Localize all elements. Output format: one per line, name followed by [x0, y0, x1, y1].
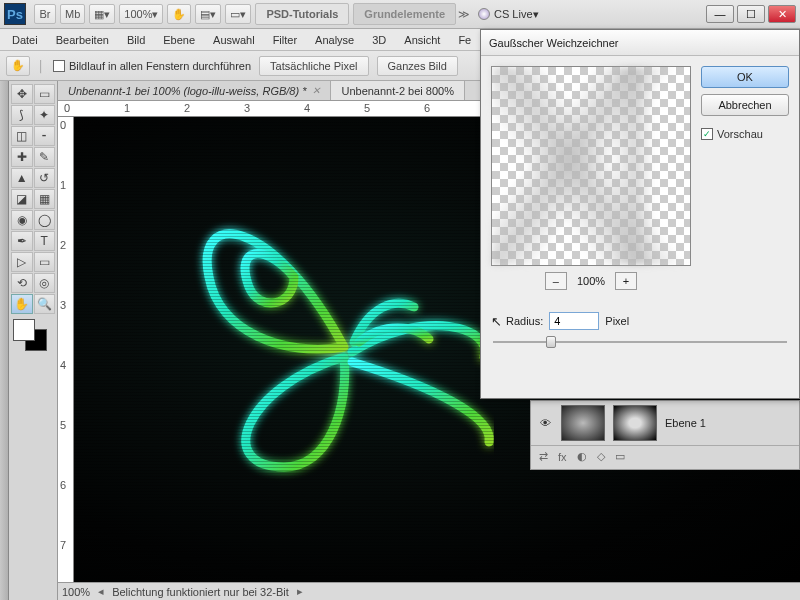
checkbox-icon — [53, 60, 65, 72]
workspace-tab-active[interactable]: PSD-Tutorials — [255, 3, 349, 25]
doc-tab-1[interactable]: Unbenannt-1 bei 100% (logo-illu-weiss, R… — [58, 81, 331, 100]
scroll-all-checkbox[interactable]: Bildlauf in allen Fenstern durchführen — [53, 60, 251, 72]
fx-icon[interactable]: fx — [558, 451, 567, 463]
minibridge-button[interactable]: Mb — [60, 4, 85, 24]
adjustment-icon[interactable]: ◇ — [597, 450, 605, 463]
foreground-color[interactable] — [13, 319, 35, 341]
menu-auswahl[interactable]: Auswahl — [205, 32, 263, 48]
statusbar: 100% ◂ Belichtung funktioniert nur bei 3… — [58, 582, 800, 600]
zoom-in-button[interactable]: + — [615, 272, 637, 290]
scroll-all-label: Bildlauf in allen Fenstern durchführen — [69, 60, 251, 72]
radius-input[interactable] — [549, 312, 599, 330]
layer-thumbnail[interactable] — [561, 405, 605, 441]
app-titlebar: Ps Br Mb ▦▾ 100% ▾ ✋ ▤▾ ▭▾ PSD-Tutorials… — [0, 0, 800, 29]
menu-ebene[interactable]: Ebene — [155, 32, 203, 48]
layer-mask-thumbnail[interactable] — [613, 405, 657, 441]
screenmode-button[interactable]: ▭▾ — [225, 4, 251, 24]
workspace-more-icon[interactable]: ≫ — [458, 8, 470, 21]
cslive-label: CS Live — [494, 8, 533, 20]
cslive-icon — [478, 8, 490, 20]
close-icon[interactable]: ✕ — [312, 85, 320, 96]
zoom-percent: 100% — [577, 275, 605, 287]
status-zoom[interactable]: 100% — [62, 586, 90, 598]
menu-fenster[interactable]: Fe — [450, 32, 479, 48]
menu-ansicht[interactable]: Ansicht — [396, 32, 448, 48]
gaussian-blur-dialog: Gaußscher Weichzeichner – 100% + OK Abbr… — [480, 29, 800, 399]
doc-tab-2[interactable]: Unbenannt-2 bei 800% — [331, 81, 465, 100]
wand-tool[interactable]: ✦ — [34, 105, 56, 125]
layer-row[interactable]: 👁 Ebene 1 — [531, 401, 799, 445]
preview-checkbox[interactable]: ✓Vorschau — [701, 128, 789, 140]
menu-filter[interactable]: Filter — [265, 32, 305, 48]
window-close-button[interactable]: ✕ — [768, 5, 796, 23]
3d-tool[interactable]: ⟲ — [11, 273, 33, 293]
type-tool[interactable]: T — [34, 231, 56, 251]
path-select-tool[interactable]: ▷ — [11, 252, 33, 272]
cancel-button[interactable]: Abbrechen — [701, 94, 789, 116]
group-icon[interactable]: ▭ — [615, 450, 625, 463]
viewmode-button[interactable]: ▦▾ — [89, 4, 115, 24]
zoom-dropdown-value: 100% — [124, 8, 152, 20]
stamp-tool[interactable]: ▲ — [11, 168, 33, 188]
color-swatches[interactable] — [11, 319, 51, 355]
blur-tool[interactable]: ◉ — [11, 210, 33, 230]
layer-name[interactable]: Ebene 1 — [665, 417, 706, 429]
marquee-tool[interactable]: ▭ — [34, 84, 56, 104]
layers-panel: 👁 Ebene 1 ⇄ fx ◐ ◇ ▭ — [530, 400, 800, 470]
current-tool-icon[interactable]: ✋ — [6, 56, 30, 76]
3d-camera-tool[interactable]: ◎ — [34, 273, 56, 293]
artwork-butterfly — [154, 157, 494, 497]
zoom-dropdown[interactable]: 100% ▾ — [119, 4, 163, 24]
preview-checkbox-label: Vorschau — [717, 128, 763, 140]
history-brush-tool[interactable]: ↺ — [34, 168, 56, 188]
hand-quick-button[interactable]: ✋ — [167, 4, 191, 24]
layers-footer: ⇄ fx ◐ ◇ ▭ — [531, 445, 799, 467]
eyedropper-tool[interactable]: ⁃ — [34, 126, 56, 146]
pen-tool[interactable]: ✒ — [11, 231, 33, 251]
link-layers-icon[interactable]: ⇄ — [539, 450, 548, 463]
cursor-icon: ↖ — [491, 314, 502, 329]
move-tool[interactable]: ✥ — [11, 84, 33, 104]
brush-tool[interactable]: ✎ — [34, 147, 56, 167]
menu-analyse[interactable]: Analyse — [307, 32, 362, 48]
zoom-tool[interactable]: 🔍 — [34, 294, 56, 314]
radius-unit: Pixel — [605, 315, 629, 327]
status-message: Belichtung funktioniert nur bei 32-Bit — [112, 586, 289, 598]
lasso-tool[interactable]: ⟆ — [11, 105, 33, 125]
status-arrow-right-icon[interactable]: ▸ — [297, 585, 303, 598]
workspace-tab-inactive[interactable]: Grundelemente — [353, 3, 456, 25]
panel-collapse-bar[interactable] — [0, 81, 9, 600]
mask-icon[interactable]: ◐ — [577, 450, 587, 463]
toolbox: ✥▭ ⟆✦ ◫⁃ ✚✎ ▲↺ ◪▦ ◉◯ ✒T ▷▭ ⟲◎ ✋🔍 — [9, 81, 58, 600]
app-logo: Ps — [4, 3, 26, 25]
hand-tool[interactable]: ✋ — [11, 294, 33, 314]
actual-pixels-button[interactable]: Tatsächliche Pixel — [259, 56, 368, 76]
crop-tool[interactable]: ◫ — [11, 126, 33, 146]
window-minimize-button[interactable]: — — [706, 5, 734, 23]
cslive-button[interactable]: CS Live ▾ — [478, 8, 539, 21]
menu-bild[interactable]: Bild — [119, 32, 153, 48]
menu-bearbeiten[interactable]: Bearbeiten — [48, 32, 117, 48]
window-maximize-button[interactable]: ☐ — [737, 5, 765, 23]
doc-tab-1-label: Unbenannt-1 bei 100% (logo-illu-weiss, R… — [68, 85, 306, 97]
menu-3d[interactable]: 3D — [364, 32, 394, 48]
ruler-vertical: 01234567 — [58, 117, 74, 582]
slider-thumb[interactable] — [546, 336, 556, 348]
eraser-tool[interactable]: ◪ — [11, 189, 33, 209]
status-arrow-left-icon[interactable]: ◂ — [98, 585, 104, 598]
menu-datei[interactable]: Datei — [4, 32, 46, 48]
arrange-button[interactable]: ▤▾ — [195, 4, 221, 24]
fit-screen-button[interactable]: Ganzes Bild — [377, 56, 458, 76]
bridge-button[interactable]: Br — [34, 4, 56, 24]
dodge-tool[interactable]: ◯ — [34, 210, 56, 230]
radius-slider[interactable] — [493, 334, 787, 350]
filter-preview[interactable] — [491, 66, 691, 266]
zoom-out-button[interactable]: – — [545, 272, 567, 290]
shape-tool[interactable]: ▭ — [34, 252, 56, 272]
checkbox-icon: ✓ — [701, 128, 713, 140]
dialog-title: Gaußscher Weichzeichner — [481, 30, 799, 56]
ok-button[interactable]: OK — [701, 66, 789, 88]
gradient-tool[interactable]: ▦ — [34, 189, 56, 209]
visibility-icon[interactable]: 👁 — [537, 415, 553, 431]
healing-tool[interactable]: ✚ — [11, 147, 33, 167]
